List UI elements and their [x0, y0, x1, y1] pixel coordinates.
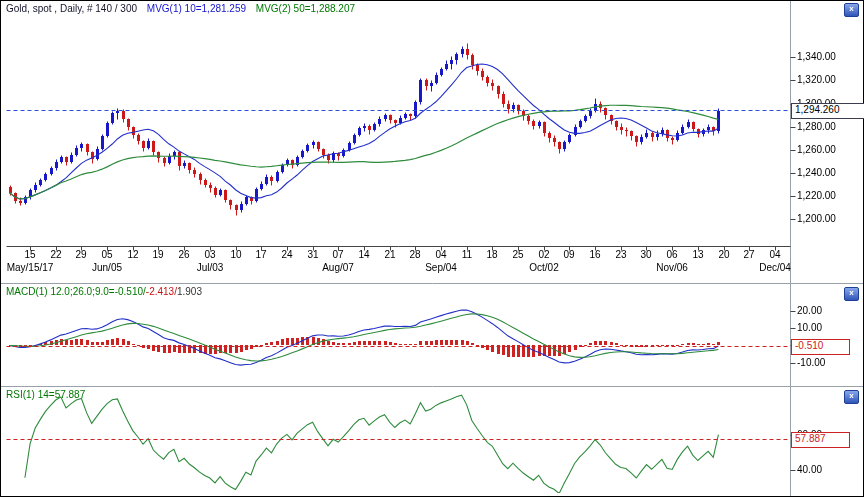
x-axis-day-label: 17: [255, 249, 266, 260]
x-axis-day-label: 24: [281, 249, 292, 260]
x-axis-day-label: 21: [384, 249, 395, 260]
x-axis-day-label: 16: [589, 249, 600, 260]
macd-signal-value: -2.413/: [146, 286, 177, 297]
x-axis-month-label: Dec/04: [759, 262, 791, 273]
x-axis-day-label: 29: [75, 249, 86, 260]
instrument-title: Gold, spot , Daily, # 140 / 300: [6, 3, 137, 14]
x-axis-month-label: Jun/05: [92, 262, 122, 273]
macd-axis-label: 20.00: [797, 305, 822, 316]
x-axis-day-label: 31: [307, 249, 318, 260]
x-axis-month-label: Aug/07: [322, 262, 354, 273]
macd-panel-header: MACD(1) 12.0;26.0;9.0=-0.510/-2.413/1.90…: [6, 286, 209, 297]
mvg2-label: MVG(2) 50=1,288.207: [256, 3, 355, 14]
x-axis-day-label: 15: [24, 249, 35, 260]
mvg1-label: MVG(1) 10=1,281.259: [147, 3, 246, 14]
macd-axis-label: 10.00: [797, 322, 822, 333]
rsi-value-label: 57.887: [791, 432, 850, 448]
x-axis-day-label: 25: [512, 249, 523, 260]
close-icon: x: [849, 391, 853, 400]
x-axis-month-label: Jul/03: [197, 262, 224, 273]
close-icon: x: [849, 288, 853, 297]
macd-label: MACD(1) 12.0;26.0;9.0=: [6, 286, 115, 297]
close-icon: x: [849, 4, 853, 13]
x-axis-day-label: 26: [178, 249, 189, 260]
price-axis-label: 1,280.00: [797, 121, 836, 132]
x-axis-month-label: May/15/17: [7, 262, 54, 273]
x-axis-day-label: 27: [743, 249, 754, 260]
close-price-panel-button[interactable]: x: [844, 3, 859, 17]
x-axis-day-label: 11: [462, 249, 472, 260]
x-axis-day-label: 07: [332, 249, 343, 260]
x-axis-day-label: 19: [152, 249, 163, 260]
macd-histogram-value: 1.903: [177, 286, 202, 297]
x-axis-day-label: 20: [718, 249, 729, 260]
x-axis-day-label: 13: [692, 249, 703, 260]
rsi-label: RSI(1) 14=57.887: [6, 389, 85, 400]
rsi-axis-label: 40.00: [797, 464, 822, 475]
x-axis-day-label: 14: [358, 249, 369, 260]
x-axis-day-label: 04: [769, 249, 780, 260]
price-axis-label: 1,320.00: [797, 74, 836, 85]
price-axis-label: 1,240.00: [797, 167, 836, 178]
x-axis-day-label: 28: [409, 249, 420, 260]
price-axis-label: 1,200.00: [797, 213, 836, 224]
x-axis-month-label: Oct/02: [529, 262, 558, 273]
x-axis-day-label: 06: [666, 249, 677, 260]
x-axis-day-label: 12: [127, 249, 138, 260]
close-rsi-panel-button[interactable]: x: [844, 390, 859, 404]
x-axis-day-label: 03: [204, 249, 215, 260]
price-panel-header: Gold, spot , Daily, # 140 / 300 MVG(1) 1…: [6, 3, 362, 14]
close-macd-panel-button[interactable]: x: [844, 287, 859, 301]
chart-window: Gold, spot , Daily, # 140 / 300 MVG(1) 1…: [0, 0, 864, 497]
x-axis-month-label: Nov/06: [656, 262, 688, 273]
x-axis-day-label: 30: [640, 249, 651, 260]
x-axis-day-label: 22: [50, 249, 61, 260]
macd-value: -0.510/: [115, 286, 146, 297]
price-axis-label: 1,260.00: [797, 144, 836, 155]
rsi-panel-header: RSI(1) 14=57.887: [6, 389, 92, 400]
macd-axis-label: -10.00: [797, 357, 825, 368]
x-axis-day-label: 04: [435, 249, 446, 260]
x-axis-day-label: 23: [615, 249, 626, 260]
x-axis-month-label: Sep/04: [425, 262, 457, 273]
price-axis-label: 1,340.00: [797, 51, 836, 62]
x-axis-day-label: 18: [486, 249, 497, 260]
current-price-label: 1,294.260: [791, 103, 864, 119]
x-axis-day-label: 10: [230, 249, 241, 260]
macd-value-label: -0.510: [791, 339, 850, 355]
x-axis-day-label: 02: [538, 249, 549, 260]
x-axis-day-label: 09: [563, 249, 574, 260]
price-axis-label: 1,220.00: [797, 190, 836, 201]
x-axis-day-label: 05: [101, 249, 112, 260]
